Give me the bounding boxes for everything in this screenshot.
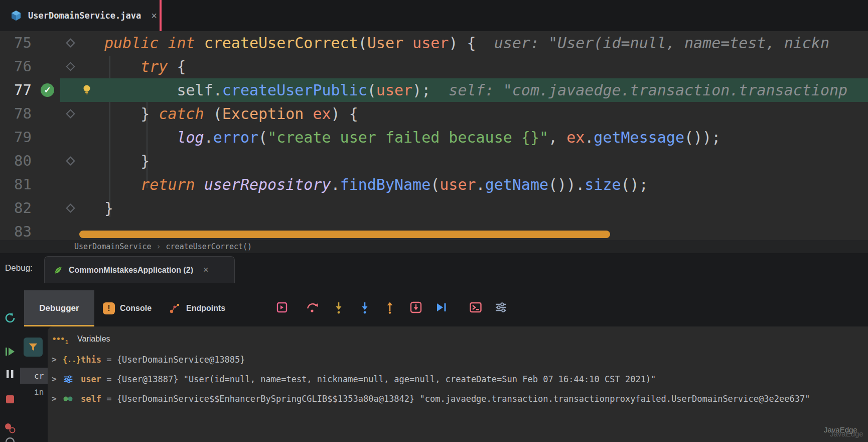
code-text: self.createUserPublic(user); self: "com.… [104,78,847,102]
watermark: JavaEdge [824,425,857,434]
code-text: } [104,196,113,220]
fold-marker-icon[interactable] [66,62,75,71]
pause-program-button[interactable] [2,366,19,383]
stop-icon [5,394,16,405]
variable-value: {User@13887} "User(id=null, name=test, n… [117,374,656,384]
force-step-into-button[interactable] [356,299,373,316]
editor-tab-title: UserDomainService.java [28,11,141,21]
frames-filter-button[interactable] [24,338,43,357]
fold-marker-icon[interactable] [66,109,75,118]
spring-boot-icon [53,265,64,276]
editor[interactable]: 75public int createUserCorrect(User user… [0,31,868,240]
ide-window: UserDomainService.java × 75public int cr… [0,0,868,442]
overflow-tabs-icon[interactable]: •••1 [53,334,69,345]
fold-marker-icon[interactable] [66,38,75,47]
parameter-icon [63,374,74,385]
editor-tab[interactable]: UserDomainService.java × [0,0,160,31]
resume-program-button[interactable] [2,343,19,360]
layout-settings-button[interactable] [492,299,509,316]
run-configuration-tab[interactable]: CommonMistakesApplication (2) × [44,256,235,283]
run-to-cursor-button[interactable] [432,299,450,316]
variable-name: self [81,394,101,404]
line-number: 76 [14,55,46,78]
line-number: 82 [14,196,46,220]
variable-name: user [81,374,101,384]
layout-settings-icon [494,300,508,314]
variable-row[interactable]: >{..}this = {UserDomainService@13885} [48,350,868,369]
evaluate-expression-icon [469,300,483,314]
step-out-icon [383,300,397,314]
fold-marker-icon[interactable] [66,203,75,212]
frames-panel: crin [20,326,48,442]
debug-label: Debug: [5,253,33,283]
line-number: 78 [14,102,46,126]
tab-console[interactable]: ! Console [103,290,152,326]
settings-button[interactable] [2,433,19,442]
step-into-button[interactable] [330,299,347,316]
expand-chevron-icon[interactable]: > [52,374,63,384]
sliders-icon [63,374,81,385]
tab-debugger-label: Debugger [39,303,79,313]
intention-bulb-icon [81,84,93,96]
code-text: return userRepository.findByName(user.ge… [104,173,648,196]
show-execution-point-button[interactable] [273,299,291,316]
step-out-button[interactable] [381,299,398,316]
tab-debugger[interactable]: Debugger [24,290,94,326]
breadcrumb: UserDomainService › createUserCorrect() [0,240,868,253]
horizontal-scrollbar[interactable] [79,231,610,238]
breadcrumb-class[interactable]: UserDomainService [74,242,152,251]
braces-icon: {..} [63,355,81,364]
breakpoint-hit-icon[interactable]: ✓ [41,83,54,97]
code-line[interactable]: 77✓ self.createUserPublic(user); self: "… [0,78,868,102]
debug-left-toolbar [0,283,20,442]
code-line[interactable]: 80 } [0,149,868,173]
variable-value: {UserDomainService@13885} [117,355,245,365]
variable-row[interactable]: >user = {User@13887} "User(id=null, name… [48,369,868,389]
code-line[interactable]: 75public int createUserCorrect(User user… [0,31,868,55]
step-over-button[interactable] [304,299,321,316]
evaluate-expression-button[interactable] [467,299,484,316]
rerun-debug-button[interactable] [2,309,19,326]
stop-process-button[interactable] [2,391,19,408]
breadcrumb-separator-icon: › [157,242,161,251]
fold-marker-icon[interactable] [66,156,75,165]
close-tab-icon[interactable]: × [151,10,157,22]
code-line[interactable]: 81 return userRepository.findByName(user… [0,173,868,196]
variables-title: Variables [77,335,110,344]
intention-bulb[interactable] [81,84,93,96]
expand-chevron-icon[interactable]: > [52,394,63,403]
code-line[interactable]: 82} [0,196,868,220]
equals-sign: = [101,394,117,404]
code-text: } [104,149,150,173]
endpoints-icon [168,302,181,315]
field-icon [63,395,75,403]
code-text: log.error("create user failed because {}… [104,126,720,149]
breadcrumb-method[interactable]: createUserCorrect() [166,242,252,251]
tab-endpoints[interactable]: Endpoints [168,290,225,326]
breakpoints-icon [3,421,17,435]
code-line[interactable]: 76 try { [0,55,868,78]
pause-icon [4,368,16,380]
frame-item[interactable]: cr [20,368,48,384]
code-line[interactable]: 78 } catch (Exception ex) { [0,102,868,126]
line-number: 79 [14,126,46,149]
run-to-cursor-icon [434,300,448,314]
expand-chevron-icon[interactable]: > [52,355,63,364]
line-number: 81 [14,173,46,196]
tab-console-label: Console [120,304,152,313]
step-into-icon [332,300,346,314]
equals-sign: = [101,374,117,384]
code-text: } catch (Exception ex) { [104,102,358,126]
console-icon: ! [103,302,115,314]
close-session-icon[interactable]: × [203,265,209,275]
variable-value: {UserDomainService$$EnhancerBySpringCGLI… [117,394,810,404]
variable-row[interactable]: >self = {UserDomainService$$EnhancerBySp… [48,389,868,408]
resume-icon [4,345,17,358]
reset-frame-button[interactable] [407,299,424,316]
rerun-icon [4,311,17,324]
funnel-icon [28,342,39,353]
code-line[interactable]: 79 log.error("create user failed because… [0,126,868,149]
frame-item[interactable]: in [20,384,48,400]
settings-icon [4,436,16,442]
editor-tab-bar: UserDomainService.java × [0,0,868,31]
